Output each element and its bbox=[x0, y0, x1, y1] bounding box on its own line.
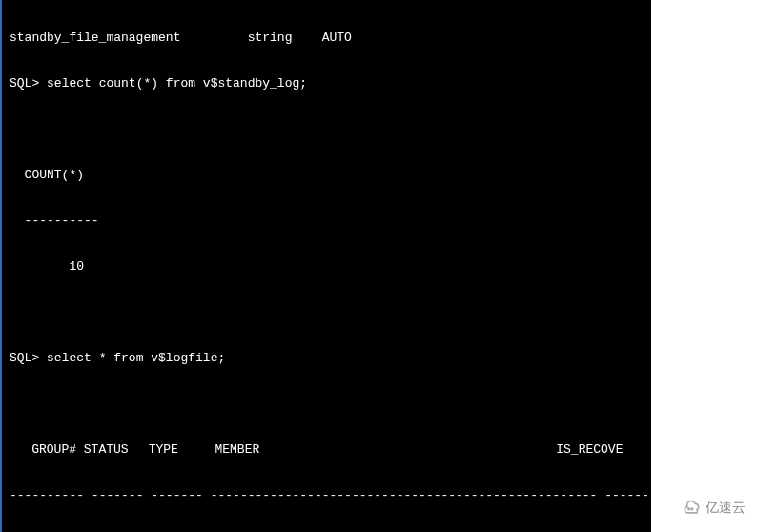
partial-line: standby_file_management string AUTO bbox=[2, 31, 651, 46]
blank-line bbox=[2, 397, 651, 412]
count-divider: ---------- bbox=[2, 214, 651, 229]
blank-line bbox=[2, 305, 651, 320]
table-divider: ---------- ------- ------- -------------… bbox=[2, 488, 651, 503]
svg-point-1 bbox=[691, 508, 693, 510]
blank-line bbox=[2, 122, 651, 137]
sql-prompt-line: SQL> select count(*) from v$standby_log; bbox=[2, 76, 651, 92]
count-header: COUNT(*) bbox=[2, 168, 651, 183]
watermark: 亿速云 bbox=[683, 499, 746, 518]
sql-prompt-line: SQL> select * from v$logfile; bbox=[2, 351, 651, 366]
cloud-icon bbox=[683, 499, 702, 518]
terminal-output[interactable]: standby_file_management string AUTO SQL>… bbox=[0, 0, 651, 532]
svg-point-0 bbox=[688, 508, 690, 510]
watermark-text: 亿速云 bbox=[706, 500, 746, 517]
table-header: GROUP# STATUS TYPE MEMBER IS_RECOVE bbox=[2, 442, 651, 458]
count-value: 10 bbox=[2, 259, 651, 275]
